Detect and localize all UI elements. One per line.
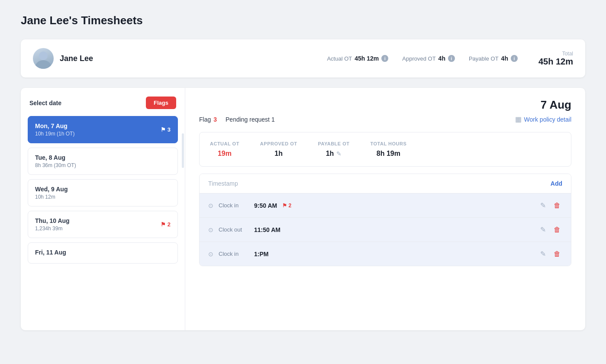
date-item-5[interactable]: Fri, 11 Aug	[28, 242, 178, 264]
timestamp-flag: ⚑ 2	[282, 203, 291, 209]
date-item-2[interactable]: Tue, 8 Aug8h 36m (30m OT)	[28, 148, 178, 175]
timestamp-row-1: ⊙ Clock out 11:50 AM ✎ 🗑	[200, 218, 571, 242]
flags-info: Flag 3 Pending request 1	[199, 116, 515, 123]
ot-summary-box: ACTUAL OT 19m APPROVED OT 1h PAYABLE OT …	[199, 132, 571, 167]
actual-ot-stat: Actual OT 45h 12m i	[327, 55, 388, 62]
date-item-4[interactable]: Thu, 10 Aug1,234h 39m⚑ 2	[28, 211, 178, 238]
date-name: Mon, 7 Aug	[35, 122, 74, 129]
approved-ot-label: APPROVED OT	[260, 141, 297, 146]
timestamp-time: 9:50 AM	[254, 202, 277, 209]
timestamp-time: 1:PM	[254, 251, 268, 258]
clock-icon: ⊙	[208, 226, 213, 233]
page-title: Jane Lee's Timesheets	[21, 14, 585, 27]
flag-badge: ⚑ 2	[161, 221, 171, 228]
svg-point-0	[35, 60, 52, 69]
timestamp-row-0: ⊙ Clock in 9:50 AM ⚑ 2 ✎ 🗑	[200, 193, 571, 218]
timestamp-type: Clock out	[219, 226, 249, 233]
timestamp-row-2: ⊙ Clock in 1:PM ✎ 🗑	[200, 242, 571, 266]
right-panel-subheader: Flag 3 Pending request 1 ▦ Work policy d…	[199, 115, 571, 123]
payable-ot-row: 1h ✎	[318, 150, 349, 158]
approved-ot-col: APPROVED OT 1h	[260, 141, 297, 158]
flag-count: Flag 3	[199, 116, 217, 123]
flag-badge: ⚑ 3	[161, 126, 171, 133]
total-block: Total 45h 12m	[538, 51, 573, 67]
total-value: 45h 12m	[538, 57, 573, 67]
clock-icon: ⊙	[208, 251, 213, 258]
payable-ot-value: 4h	[501, 55, 508, 62]
date-list: Mon, 7 Aug10h 19m (1h OT)⚑ 3Tue, 8 Aug8h…	[21, 116, 185, 264]
approved-ot-col-value: 1h	[260, 150, 297, 158]
ts-actions: ✎ 🗑	[538, 200, 562, 211]
ts-edit-button[interactable]: ✎	[538, 200, 548, 211]
total-hours-col: TOTAL HOURS 8h 19m	[371, 141, 407, 158]
approved-ot-value: 4h	[438, 55, 445, 62]
select-date-label: Select date	[29, 100, 61, 106]
timestamp-time: 11:50 AM	[254, 226, 280, 233]
add-timestamp-button[interactable]: Add	[551, 180, 562, 187]
selected-date-display: 7 Aug	[541, 98, 571, 112]
approved-ot-stat: Approved OT 4h i	[402, 55, 455, 62]
clock-icon: ⊙	[208, 202, 213, 209]
scrollbar[interactable]	[182, 133, 184, 168]
payable-ot-info-icon[interactable]: i	[511, 55, 518, 62]
payable-ot-col: PAYABLE OT 1h ✎	[318, 141, 349, 158]
ts-actions: ✎ 🗑	[538, 248, 562, 260]
payable-ot-edit-icon[interactable]: ✎	[336, 150, 342, 157]
date-hours: 10h 19m (1h OT)	[35, 131, 74, 137]
date-name: Thu, 10 Aug	[35, 217, 70, 224]
right-panel: 7 Aug Flag 3 Pending request 1 ▦ Work po…	[185, 88, 585, 330]
left-panel-header: Select date Flags	[21, 97, 185, 116]
work-policy-link[interactable]: ▦ Work policy detail	[515, 115, 571, 123]
timestamp-label: Timestamp	[208, 180, 238, 187]
date-hours: 1,234h 39m	[35, 225, 70, 232]
date-name: Fri, 11 Aug	[35, 249, 66, 256]
ts-edit-button[interactable]: ✎	[538, 248, 548, 260]
avatar	[33, 48, 54, 69]
ts-edit-button[interactable]: ✎	[538, 224, 548, 235]
date-hours: 8h 36m (30m OT)	[35, 162, 76, 168]
flag-number: 3	[213, 116, 217, 123]
payable-ot-label: PAYABLE OT	[318, 141, 349, 146]
ts-delete-button[interactable]: 🗑	[552, 248, 562, 260]
total-hours-col-value: 8h 19m	[371, 150, 407, 158]
actual-ot-col: ACTUAL OT 19m	[210, 141, 239, 158]
payable-ot-col-value: 1h	[326, 150, 334, 158]
main-content: Select date Flags Mon, 7 Aug10h 19m (1h …	[21, 88, 585, 330]
actual-ot-label: ACTUAL OT	[210, 141, 239, 146]
approved-ot-info-icon[interactable]: i	[448, 55, 455, 62]
pending-request: Pending request 1	[226, 116, 275, 123]
total-hours-label: TOTAL HOURS	[371, 141, 407, 146]
timestamp-type: Clock in	[219, 202, 249, 209]
timestamp-rows: ⊙ Clock in 9:50 AM ⚑ 2 ✎ 🗑 ⊙ Clock out 1…	[200, 193, 571, 266]
ts-delete-button[interactable]: 🗑	[552, 224, 562, 235]
timestamp-type: Clock in	[219, 251, 249, 257]
calendar-icon: ▦	[515, 115, 522, 123]
ts-actions: ✎ 🗑	[538, 224, 562, 235]
actual-ot-col-value: 19m	[210, 150, 239, 158]
ts-delete-button[interactable]: 🗑	[552, 200, 562, 211]
date-item-1[interactable]: Mon, 7 Aug10h 19m (1h OT)⚑ 3	[28, 116, 178, 143]
payable-ot-stat: Payable OT 4h i	[469, 55, 518, 62]
actual-ot-value: 45h 12m	[355, 55, 379, 62]
left-panel: Select date Flags Mon, 7 Aug10h 19m (1h …	[21, 88, 185, 330]
date-list-container: Mon, 7 Aug10h 19m (1h OT)⚑ 3Tue, 8 Aug8h…	[21, 116, 185, 264]
date-name: Wed, 9 Aug	[35, 186, 68, 193]
timestamp-header: Timestamp Add	[200, 174, 571, 193]
timestamp-table: Timestamp Add ⊙ Clock in 9:50 AM ⚑ 2 ✎ 🗑…	[199, 174, 571, 266]
employee-name: Jane Lee	[60, 54, 93, 63]
date-hours: 10h 12m	[35, 194, 68, 200]
employee-card: Jane Lee Actual OT 45h 12m i Approved OT…	[21, 39, 585, 77]
actual-ot-info-icon[interactable]: i	[381, 55, 388, 62]
svg-point-1	[39, 52, 48, 60]
total-label: Total	[538, 51, 573, 57]
ot-stats: Actual OT 45h 12m i Approved OT 4h i Pay…	[327, 51, 573, 67]
flags-button[interactable]: Flags	[146, 97, 176, 109]
date-name: Tue, 8 Aug	[35, 154, 76, 161]
date-item-3[interactable]: Wed, 9 Aug10h 12m	[28, 179, 178, 206]
